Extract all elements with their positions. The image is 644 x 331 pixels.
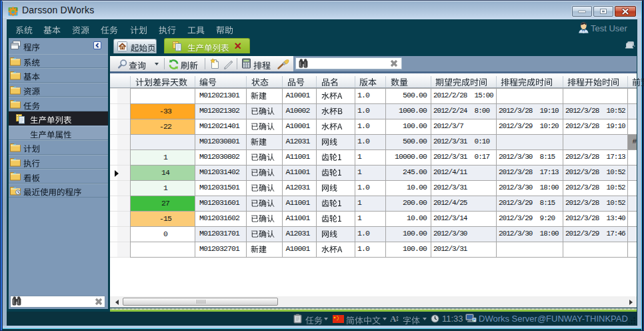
svg-text:A: A [390,314,397,323]
